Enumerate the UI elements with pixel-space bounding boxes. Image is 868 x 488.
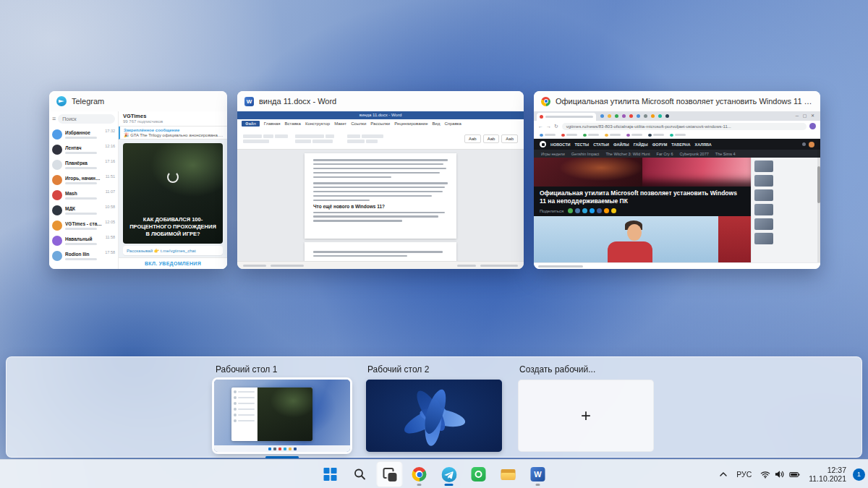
- chat-preview-placeholder: [65, 182, 97, 184]
- telegram-search-input: [58, 114, 115, 124]
- window-title: Официальная утилита Microsoft позволяет …: [556, 97, 813, 106]
- battery-icon: [789, 471, 800, 479]
- chat-preview-placeholder: [65, 167, 97, 169]
- browser-nav-icons: ← → ↻: [538, 124, 559, 129]
- chat-time: 17:58: [105, 248, 115, 254]
- site-header-icons: [802, 142, 814, 147]
- share-row: Поделиться: [534, 207, 751, 216]
- article-sidebar: [751, 158, 820, 262]
- share-vk-icon: [575, 208, 580, 213]
- start-button[interactable]: [318, 461, 344, 487]
- ribbon-tab: Рецензирование: [394, 121, 427, 126]
- browser-tab-strip: ─ ▢ ✕: [534, 111, 820, 121]
- chat-name: Лентач: [65, 145, 102, 150]
- channel-name: VGTimes: [123, 113, 223, 119]
- zoom-slider-placeholder: [480, 265, 518, 267]
- inactive-tabs: [600, 114, 794, 121]
- site-nav-item: СТАТЬИ: [593, 142, 609, 147]
- desktop-1-thumbnail[interactable]: [214, 380, 350, 452]
- favicon: [540, 115, 543, 119]
- green-app-taskbar-button[interactable]: [466, 461, 492, 487]
- notification-badge[interactable]: 1: [853, 468, 865, 481]
- word-app-icon: W: [244, 97, 254, 106]
- desktop-2-thumbnail[interactable]: [366, 380, 502, 452]
- telegram-taskbar-button[interactable]: [436, 461, 462, 487]
- chat-avatar: [52, 251, 62, 261]
- ribbon-tab: Макет: [334, 121, 346, 126]
- chrome-taskbar-button[interactable]: [407, 461, 433, 487]
- task-view-screen: Telegram ≡ Избранное17:32 Лентач12:16 Пл…: [0, 0, 868, 488]
- pinned-text: 🎉 GTA The Trilogy официально анонсирован…: [124, 132, 224, 137]
- new-desktop-label: Создать рабочий...: [519, 364, 654, 374]
- chat-avatar: [52, 190, 62, 200]
- chat-name: Планёрка: [65, 160, 102, 166]
- tray-date: 11.10.2021: [809, 474, 846, 484]
- chat-list-item: Лентач12:16: [52, 142, 115, 157]
- chat-list-item: Навальный11:58: [52, 233, 115, 248]
- browser-status-bar: [534, 262, 820, 269]
- folder-icon: [501, 469, 516, 480]
- strip-item: The Sims 4: [715, 152, 736, 156]
- image-message: Как добивался 100-процентного прохождени…: [123, 143, 223, 244]
- file-explorer-button[interactable]: [495, 461, 522, 487]
- window-title: Telegram: [72, 97, 104, 106]
- window-thumbnail-word[interactable]: W винда 11.docx - Word винда 11.docx - W…: [237, 91, 524, 269]
- plus-icon: +: [581, 407, 591, 424]
- ribbon-tab: Справка: [444, 121, 461, 126]
- strip-item: The Witcher 3: Wild Hunt: [605, 152, 650, 156]
- hero-image-left: [534, 158, 642, 187]
- desktop-2-label: Рабочий стол 2: [367, 364, 502, 374]
- window-thumbnail-chrome[interactable]: Официальная утилита Microsoft позволяет …: [534, 91, 820, 269]
- windows-logo-icon: [324, 468, 337, 481]
- chat-name: Mash: [65, 191, 103, 196]
- site-nav-item: НОВОСТИ: [550, 142, 571, 147]
- language-indicator[interactable]: РУС: [733, 463, 755, 485]
- strip-item: Far Cry 6: [657, 152, 673, 156]
- window-controls: ─ ▢ ✕: [794, 113, 817, 121]
- window-thumbnail-telegram[interactable]: Telegram ≡ Избранное17:32 Лентач12:16 Пл…: [49, 91, 227, 269]
- new-desktop-button[interactable]: +: [518, 380, 654, 452]
- task-view-icon: [383, 468, 396, 481]
- word-document-titlebar: винда 11.docx - Word: [237, 111, 524, 119]
- word-taskbar-button[interactable]: W: [525, 461, 551, 487]
- chat-time: 10:58: [105, 202, 115, 209]
- link-message: Рассказывай 👉 t.me/vgtimes_chat: [123, 246, 223, 255]
- chat-preview-placeholder: [65, 152, 97, 154]
- vgtimes-logo-icon: [540, 141, 546, 147]
- chat-time: 11:58: [106, 233, 115, 239]
- status-text-placeholder: [271, 265, 304, 267]
- site-nav-item: ХАЛЯВА: [695, 142, 712, 147]
- chat-time: 12:05: [105, 218, 115, 224]
- clock[interactable]: 12:37 11.10.2021: [805, 463, 850, 485]
- chat-time: 11:51: [106, 172, 115, 179]
- desktop-2: Рабочий стол 2: [366, 364, 502, 458]
- chat-name: МДК: [65, 206, 102, 211]
- ribbon-tab: Главная: [264, 121, 281, 126]
- document-page: Что ещё нового в Windows 11?: [305, 153, 456, 239]
- wifi-icon: [760, 471, 770, 479]
- quick-settings-button[interactable]: [757, 463, 804, 485]
- tray-expand-button[interactable]: [715, 463, 731, 485]
- article-hero-images: [534, 158, 751, 187]
- chat-avatar: [52, 221, 62, 231]
- photo-red-banner: [718, 216, 751, 262]
- chat-time: 11:07: [106, 187, 115, 194]
- site-nav-item: ТЕСТЫ: [575, 142, 590, 147]
- ribbon-group: [295, 134, 340, 143]
- chat-preview-placeholder: [65, 258, 97, 260]
- window-titlebar: Официальная утилита Microsoft позволяет …: [534, 91, 820, 111]
- chat-name: Избранное: [65, 130, 102, 135]
- speaker-icon: [775, 470, 785, 479]
- message-area: Как добивался 100-процентного прохождени…: [119, 140, 227, 257]
- word-icon: W: [531, 467, 545, 481]
- article-headline: Официальная утилита Microsoft позволяет …: [534, 187, 751, 207]
- profile-avatar: [809, 123, 816, 129]
- ribbon-tab: Конструктор: [305, 121, 330, 126]
- status-icons: [760, 470, 800, 479]
- document-page: [305, 242, 456, 261]
- search-button[interactable]: [347, 461, 373, 487]
- page-main: Официальная утилита Microsoft позволяет …: [534, 158, 820, 262]
- site-nav-item: ФАЙЛЫ: [613, 142, 629, 147]
- task-view-button[interactable]: [377, 461, 403, 487]
- share-twitter-icon: [590, 208, 595, 213]
